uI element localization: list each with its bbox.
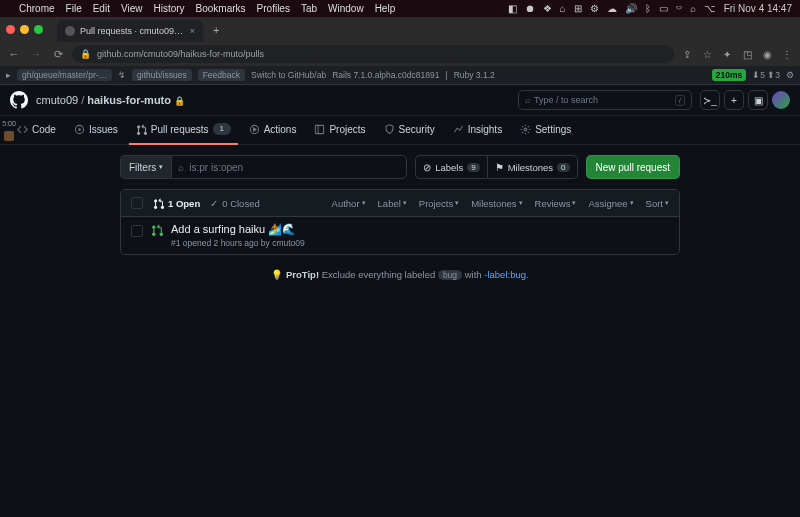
- menu-file[interactable]: File: [66, 3, 82, 14]
- status-icon[interactable]: ❖: [543, 3, 552, 14]
- dev-chip[interactable]: github/issues: [132, 69, 192, 81]
- nav-security[interactable]: Security: [377, 115, 442, 145]
- command-palette-button[interactable]: ≻_: [700, 90, 720, 110]
- sort-assignee[interactable]: Assignee▾: [588, 198, 633, 209]
- dev-ruby: Ruby 3.1.2: [454, 70, 495, 80]
- sort-milestones[interactable]: Milestones▾: [471, 198, 522, 209]
- github-logo-icon[interactable]: [10, 91, 28, 109]
- owner-link[interactable]: cmuto09: [36, 94, 78, 106]
- pr-open-icon: [151, 224, 163, 236]
- back-button[interactable]: ←: [6, 46, 22, 62]
- protip-tag: bug: [438, 270, 462, 280]
- notifications-button[interactable]: ▣: [748, 90, 768, 110]
- protip-link[interactable]: -label:bug: [484, 269, 526, 280]
- dev-chip[interactable]: gh/queue/master/pr-…: [17, 69, 112, 81]
- extensions-icon[interactable]: ✦: [720, 47, 734, 61]
- global-search[interactable]: ⌕ Type / to search /: [518, 90, 692, 110]
- bookmark-icon[interactable]: ☆: [700, 47, 714, 61]
- menu-history[interactable]: History: [153, 3, 184, 14]
- reload-button[interactable]: ⟳: [50, 46, 66, 62]
- status-icon[interactable]: ⌂: [560, 3, 566, 14]
- dev-icon[interactable]: ▸: [6, 70, 11, 80]
- gutter-marker-icon: [4, 131, 14, 141]
- nav-settings[interactable]: Settings: [513, 115, 578, 145]
- browser-tab[interactable]: Pull requests · cmuto09/haik… ×: [57, 20, 203, 42]
- sort-label[interactable]: Label▾: [378, 198, 407, 209]
- minimize-window[interactable]: [20, 25, 29, 34]
- profile-icon[interactable]: ◉: [760, 47, 774, 61]
- avatar[interactable]: [772, 91, 790, 109]
- dev-settings-icon[interactable]: ⚙: [786, 70, 794, 80]
- github-header: cmuto09/haikus-for-muto 🔒 ⌕ Type / to se…: [0, 85, 800, 116]
- window-controls: [6, 25, 43, 34]
- slash-key-icon: /: [675, 95, 685, 106]
- select-all-checkbox[interactable]: [131, 197, 143, 209]
- menu-chrome[interactable]: Chrome: [19, 3, 55, 14]
- status-icon[interactable]: ⊞: [574, 3, 582, 14]
- dev-chip[interactable]: Feedback: [198, 69, 245, 81]
- milestones-button[interactable]: ⚑Milestones0: [487, 155, 578, 179]
- dev-sep: |: [445, 70, 447, 80]
- dev-timing[interactable]: 210ms: [712, 69, 746, 81]
- share-icon[interactable]: ⇪: [680, 47, 694, 61]
- labels-milestones-group: ⊘Labels9 ⚑Milestones0: [415, 155, 577, 179]
- nav-actions[interactable]: Actions: [242, 115, 304, 145]
- nav-issues[interactable]: Issues: [67, 115, 125, 145]
- menu-icon[interactable]: ⋮: [780, 47, 794, 61]
- zoom-window[interactable]: [34, 25, 43, 34]
- nav-insights[interactable]: Insights: [446, 115, 509, 145]
- sort-reviews[interactable]: Reviews▾: [535, 198, 577, 209]
- svg-rect-3: [316, 125, 324, 133]
- pr-row[interactable]: Add a surfing haiku 🏄🌊 #1 opened 2 hours…: [121, 217, 679, 254]
- labels-button[interactable]: ⊘Labels9: [415, 155, 486, 179]
- filters-search-input[interactable]: ⌕ is:pr is:open: [171, 155, 407, 179]
- status-icon[interactable]: ☁: [607, 3, 617, 14]
- status-icon[interactable]: ◧: [508, 3, 517, 14]
- forward-button[interactable]: →: [28, 46, 44, 62]
- volume-icon[interactable]: 🔊: [625, 3, 637, 14]
- pr-title[interactable]: Add a surfing haiku 🏄🌊: [171, 223, 305, 236]
- repo-nav: Code Issues Pull requests1 Actions Proje…: [0, 116, 800, 145]
- menu-help[interactable]: Help: [375, 3, 396, 14]
- nav-pull-requests[interactable]: Pull requests1: [129, 115, 238, 145]
- sort-author[interactable]: Author▾: [332, 198, 366, 209]
- battery-icon[interactable]: ▭: [659, 3, 668, 14]
- sort-sort[interactable]: Sort▾: [646, 198, 669, 209]
- closed-filter[interactable]: ✓0 Closed: [210, 198, 260, 209]
- repo-link[interactable]: haikus-for-muto: [87, 94, 171, 106]
- app-menus: Chrome File Edit View History Bookmarks …: [19, 3, 395, 14]
- search-icon[interactable]: ⌕: [690, 3, 696, 14]
- new-pull-request-button[interactable]: New pull request: [586, 155, 680, 179]
- pulls-counter: 1: [213, 123, 231, 135]
- create-button[interactable]: +: [724, 90, 744, 110]
- menu-view[interactable]: View: [121, 3, 143, 14]
- new-tab-button[interactable]: +: [209, 24, 223, 36]
- dev-switch[interactable]: Switch to GitHub/ab: [251, 70, 326, 80]
- control-center-icon[interactable]: ⌥: [704, 3, 716, 14]
- wifi-icon[interactable]: ⌔: [676, 3, 682, 14]
- nav-projects[interactable]: Projects: [307, 115, 372, 145]
- clock[interactable]: Fri Nov 4 14:47: [724, 3, 792, 14]
- menu-window[interactable]: Window: [328, 3, 364, 14]
- menu-bookmarks[interactable]: Bookmarks: [196, 3, 246, 14]
- menu-tab[interactable]: Tab: [301, 3, 317, 14]
- browser-actions: ⇪ ☆ ✦ ◳ ◉ ⋮: [680, 47, 794, 61]
- menu-profiles[interactable]: Profiles: [257, 3, 290, 14]
- menu-edit[interactable]: Edit: [93, 3, 110, 14]
- filters-button[interactable]: Filters▾: [120, 155, 171, 179]
- svg-point-5: [524, 128, 527, 131]
- search-placeholder: Type / to search: [534, 95, 598, 105]
- status-icon[interactable]: ⏺: [525, 3, 535, 14]
- open-filter[interactable]: 1 Open: [153, 198, 200, 209]
- dev-sep-icon: ↯: [118, 70, 126, 80]
- row-checkbox[interactable]: [131, 225, 143, 237]
- close-tab-icon[interactable]: ×: [190, 26, 195, 36]
- bluetooth-icon[interactable]: ᛒ: [645, 3, 651, 14]
- pr-list-header: 1 Open ✓0 Closed Author▾ Label▾ Projects…: [121, 190, 679, 217]
- sort-projects[interactable]: Projects▾: [419, 198, 459, 209]
- status-icon[interactable]: ⚙: [590, 3, 599, 14]
- extension-icon[interactable]: ◳: [740, 47, 754, 61]
- recorder-gutter: 5:00: [0, 120, 18, 141]
- close-window[interactable]: [6, 25, 15, 34]
- address-bar[interactable]: 🔒 github.com/cmuto09/haikus-for-muto/pul…: [72, 45, 674, 63]
